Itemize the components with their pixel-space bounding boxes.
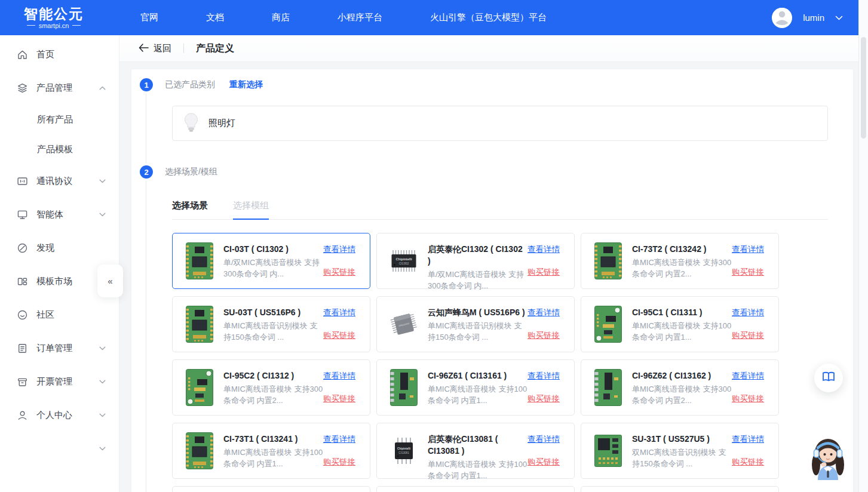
sidebar-item-label: 个人中心	[36, 410, 99, 421]
buy-link[interactable]: 购买链接	[323, 330, 360, 341]
user-menu-chevron-down-icon[interactable]	[835, 16, 843, 20]
view-details-link[interactable]: 查看详情	[323, 434, 360, 445]
username[interactable]: lumin	[803, 13, 824, 23]
view-details-link[interactable]: 查看详情	[732, 244, 769, 255]
step-connector-line	[146, 94, 146, 163]
module-card-ci-03t[interactable]: CI-03T ( CI1302 )单/双MIC离线语音模块 支持300条命令词 …	[172, 233, 370, 289]
view-details-link[interactable]: 查看详情	[323, 371, 360, 382]
sidebar-item-personal-center[interactable]: 个人中心	[0, 398, 119, 432]
nav-item-store[interactable]: 商店	[272, 12, 290, 23]
svg-text:CI1302: CI1302	[399, 262, 409, 265]
module-card-ci-73t2[interactable]: CI-73T2 ( CI13242 )单MIC离线语音模块 支持300条命令词 …	[581, 233, 779, 289]
module-card-ci-95c1[interactable]: CI-95C1 ( CI1311 )单MIC离线语音模块 支持100条命令词 内…	[581, 296, 779, 352]
collapse-chevrons-icon: «	[108, 276, 112, 286]
sidebar-item-more[interactable]	[0, 432, 119, 465]
module-title: 云知声蜂鸟M ( US516P6 )	[428, 306, 527, 318]
view-details-link[interactable]: 查看详情	[527, 371, 565, 382]
nav-item-official-site[interactable]: 官网	[140, 12, 158, 23]
sidebar-item-label: 通讯协议	[36, 176, 99, 187]
svg-text:Chipintelli: Chipintelli	[397, 447, 410, 450]
logo-title: 智能公元	[24, 7, 84, 21]
module-card-partial[interactable]	[376, 486, 575, 492]
module-description: 单/双MIC离线语音模块 支持300条命令词 内...	[223, 257, 323, 279]
module-grid: CI-03T ( CI1302 )单/双MIC离线语音模块 支持300条命令词 …	[172, 233, 778, 492]
selected-product-card: 照明灯	[172, 106, 828, 141]
content-panel: 1 已选产品类别 重新选择 照明灯 2 选择场景/模组 选择场景 选择模组 CI…	[131, 69, 853, 492]
module-title: 启英泰伦CI1302 ( CI1302 )	[428, 243, 527, 267]
module-description: 单MIC离线语音识别模块 支持150条命令词 ...	[428, 320, 527, 343]
buy-link[interactable]: 购买链接	[732, 457, 769, 468]
nav-item-volcengine-platform[interactable]: 火山引擎（豆包大模型）平台	[430, 12, 547, 23]
sidebar-item-order-management[interactable]: 订单管理	[0, 331, 119, 365]
user-avatar[interactable]	[772, 8, 792, 28]
buy-link[interactable]: 购买链接	[323, 267, 360, 278]
module-card-ci-73t1[interactable]: CI-73T1 ( CI13241 )单MIC离线语音模块 支持100条命令词 …	[172, 423, 370, 479]
view-details-link[interactable]: 查看详情	[323, 308, 360, 318]
sidebar-item-product-management[interactable]: 产品管理	[0, 71, 119, 104]
layers-icon	[17, 82, 28, 94]
buy-link[interactable]: 购买链接	[527, 457, 565, 468]
nav-item-miniapp-platform[interactable]: 小程序平台	[338, 12, 382, 23]
sidebar-item-label: 模板市场	[36, 276, 106, 287]
view-details-link[interactable]: 查看详情	[732, 434, 769, 445]
module-card-ci-96z62[interactable]: CI-96Z62 ( CI13162 )单MIC离线语音模块 支持300条命令词…	[581, 359, 779, 416]
buy-link[interactable]: 购买链接	[527, 330, 565, 341]
module-card-partial[interactable]	[581, 486, 779, 492]
scrollbar-thumb[interactable]	[861, 37, 866, 139]
buy-link[interactable]: 购买链接	[732, 393, 769, 404]
module-image-chip-black: ChipintelliCI1302	[390, 242, 418, 279]
view-details-link[interactable]: 查看详情	[527, 308, 565, 318]
sidebar-item-community[interactable]: 社区	[0, 298, 119, 331]
view-details-link[interactable]: 查看详情	[732, 308, 769, 318]
bulb-icon	[183, 113, 199, 134]
step1-row: 1 已选产品类别 重新选择	[140, 69, 853, 91]
sidebar-item-home[interactable]: 首页	[0, 38, 119, 71]
assistant-mascot[interactable]	[806, 433, 850, 480]
docs-floating-button[interactable]	[814, 364, 843, 392]
view-details-link[interactable]: 查看详情	[732, 371, 769, 382]
module-image-pcb	[186, 306, 213, 343]
module-card-qyt-ci13081[interactable]: ChipintelliCI13081启英泰伦CI13081 ( CI13081 …	[376, 423, 575, 479]
module-title: 启英泰伦CI13081 ( CI13081 )	[428, 433, 527, 457]
sidebar-item-discover[interactable]: 发现	[0, 231, 119, 265]
module-card-su-03t[interactable]: SU-03T ( US516P6 )单MIC离线语音识别模块 支持150条命令词…	[172, 296, 370, 352]
buy-link[interactable]: 购买链接	[527, 393, 565, 404]
view-details-link[interactable]: 查看详情	[527, 244, 565, 255]
buy-link[interactable]: 购买链接	[732, 330, 769, 341]
sidebar-item-invoice-management[interactable]: 开票管理	[0, 365, 119, 398]
buy-link[interactable]: 购买链接	[527, 267, 565, 278]
page-title: 产品定义	[196, 42, 234, 55]
nav-item-docs[interactable]: 文档	[206, 12, 224, 23]
tab-select-scene[interactable]: 选择场景	[172, 200, 208, 219]
module-title: CI-95C1 ( CI1311 )	[632, 306, 732, 318]
sidebar-item-all-products[interactable]: 所有产品	[0, 104, 119, 134]
module-card-su-31t[interactable]: SU-31T ( US527U5 )双MIC离线语音识别模块 支持150条命令词…	[581, 423, 779, 479]
reselect-link[interactable]: 重新选择	[229, 79, 263, 90]
module-card-yzs-fengniao[interactable]: unisound云知声蜂鸟M ( US516P6 )单MIC离线语音识别模块 支…	[376, 296, 575, 352]
sidebar-item-protocol[interactable]: 通讯协议	[0, 164, 119, 198]
module-description: 双MIC离线语音识别模块 支持150条命令词 ...	[632, 447, 732, 469]
back-button[interactable]: 返回	[139, 43, 171, 54]
buy-link[interactable]: 购买链接	[732, 267, 769, 278]
module-image-pcb-h	[390, 369, 418, 406]
app-logo[interactable]: 智能公元 smartpi.cn	[24, 7, 84, 29]
module-card-ci-95c2[interactable]: CI-95C2 ( CI1312 )单MIC离线语音模块 支持300条命令词 内…	[172, 359, 370, 416]
protocol-icon	[17, 176, 28, 187]
sidebar-collapse-button[interactable]: «	[97, 265, 123, 297]
module-card-qyt-ci1302[interactable]: ChipintelliCI1302启英泰伦CI1302 ( CI1302 )单/…	[376, 233, 575, 289]
module-card-partial[interactable]	[172, 486, 370, 492]
invoice-icon	[17, 376, 28, 388]
view-details-link[interactable]: 查看详情	[323, 244, 360, 255]
buy-link[interactable]: 购买链接	[323, 393, 360, 404]
view-details-link[interactable]: 查看详情	[527, 434, 565, 445]
module-card-ci-96z61[interactable]: CI-96Z61 ( CI13161 )单MIC离线语音模块 支持100条命令词…	[376, 359, 575, 416]
sidebar-item-label: 订单管理	[36, 343, 99, 354]
logo-subtitle: smartpi.cn	[27, 22, 81, 29]
tab-select-module[interactable]: 选择模组	[233, 200, 269, 220]
sidebar-item-label: 开票管理	[36, 376, 99, 388]
module-description: 单MIC离线语音模块 支持300条命令词 内置2...	[632, 257, 732, 279]
sidebar-item-product-templates[interactable]: 产品模板	[0, 134, 119, 164]
buy-link[interactable]: 购买链接	[323, 457, 360, 468]
sidebar-item-agent[interactable]: 智能体	[0, 198, 119, 231]
page-scrollbar[interactable]	[858, 0, 868, 492]
